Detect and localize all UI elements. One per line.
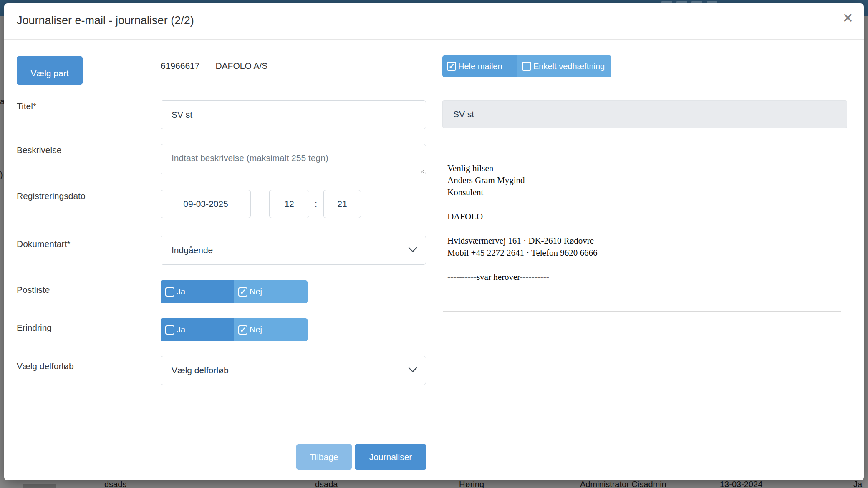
title-label: Titel*: [17, 101, 36, 111]
checkbox-checked-icon: [447, 62, 456, 71]
screen: a ) dsads dsada Høring Administrator Cis…: [0, 0, 868, 488]
mail-line: Anders Gram Mygind: [447, 174, 844, 186]
post-list-no-label: Nej: [250, 287, 262, 297]
mail-line: DAFOLO: [447, 211, 844, 223]
post-list-no-option[interactable]: Nej: [234, 280, 308, 303]
party-number: 61966617: [161, 61, 199, 70]
hour-input[interactable]: [269, 190, 309, 218]
whole-mail-option[interactable]: Hele mailen: [442, 55, 517, 77]
background-cell: dsads: [104, 480, 126, 488]
checkbox-unchecked-icon: [522, 62, 531, 71]
background-cell: Administrator Cisadmin: [580, 480, 666, 488]
sub-process-select[interactable]: Vælg delforløb: [161, 356, 426, 385]
description-textarea[interactable]: [161, 144, 426, 174]
mail-divider: [443, 311, 841, 312]
party-info: 61966617DAFOLO A/S: [161, 61, 267, 71]
checkbox-checked-icon: [238, 325, 247, 335]
mail-preview-body: Venlig hilsen Anders Gram Mygind Konsule…: [447, 162, 844, 283]
reminder-label: Erindring: [17, 323, 52, 333]
mail-line: Mobil +45 2272 2641 · Telefon 9620 6666: [447, 247, 844, 259]
description-label: Beskrivelse: [17, 145, 61, 155]
mail-line: ----------svar herover----------: [447, 271, 844, 283]
post-list-label: Postliste: [17, 285, 50, 295]
select-party-button[interactable]: Vælg part: [17, 56, 83, 85]
document-type-label: Dokumentart*: [17, 239, 70, 249]
post-list-yes-label: Ja: [177, 287, 185, 297]
background-cell: 13-03-2024: [720, 480, 762, 488]
checkbox-checked-icon: [238, 287, 247, 297]
background-clipped-text: ): [0, 170, 4, 181]
background-cell: Ja: [853, 480, 862, 488]
minute-input[interactable]: [323, 190, 361, 218]
mail-line: Konsulent: [447, 186, 844, 199]
sub-process-label: Vælg delforløb: [17, 361, 74, 371]
reminder-yes-option[interactable]: Ja: [161, 318, 234, 341]
single-attachment-label: Enkelt vedhæftning: [533, 62, 605, 71]
background-clipped-text: a: [0, 97, 4, 108]
reminder-no-label: Nej: [250, 325, 262, 335]
chevron-down-icon: [408, 367, 417, 373]
mail-line: [447, 199, 844, 211]
journalise-button[interactable]: Journaliser: [355, 444, 426, 470]
reminder-no-option[interactable]: Nej: [234, 318, 308, 341]
background-cell: Høring: [459, 480, 484, 488]
attachment-scope-toggle: Hele mailen Enkelt vedhæftning: [442, 55, 611, 77]
back-button[interactable]: Tilbage: [296, 444, 352, 470]
post-list-toggle: Ja Nej: [161, 280, 308, 303]
single-attachment-option[interactable]: Enkelt vedhæftning: [517, 55, 611, 77]
checkbox-unchecked-icon: [165, 325, 174, 335]
journalise-email-modal: Journaliser e-mail - journaliser (2/2) ×…: [4, 3, 864, 480]
mail-preview-subject: SV st: [442, 100, 847, 128]
close-icon[interactable]: ×: [843, 9, 853, 27]
title-input[interactable]: [161, 100, 426, 129]
post-list-yes-option[interactable]: Ja: [161, 280, 234, 303]
checkbox-unchecked-icon: [165, 287, 174, 297]
mail-line: Venlig hilsen: [447, 162, 844, 174]
modal-header: Journaliser e-mail - journaliser (2/2) ×: [4, 3, 864, 40]
chevron-down-icon: [408, 247, 417, 253]
date-input[interactable]: [161, 190, 251, 218]
background-cell: dsada: [315, 480, 338, 488]
document-type-value: Indgående: [172, 245, 213, 255]
modal-title: Journaliser e-mail - journaliser (2/2): [17, 14, 194, 27]
background-chip: [23, 484, 56, 488]
time-separator: :: [315, 199, 317, 209]
document-type-select[interactable]: Indgående: [161, 236, 426, 265]
mail-line: [447, 223, 844, 235]
party-name: DAFOLO A/S: [215, 61, 267, 70]
sub-process-value: Vælg delforløb: [172, 365, 229, 375]
mail-line: [447, 259, 844, 271]
mail-line: Hvidsværmervej 161 · DK-2610 Rødovre: [447, 235, 844, 247]
reminder-yes-label: Ja: [177, 325, 185, 335]
reminder-toggle: Ja Nej: [161, 318, 308, 341]
whole-mail-label: Hele mailen: [458, 62, 502, 71]
registration-date-label: Registreringsdato: [17, 191, 86, 201]
